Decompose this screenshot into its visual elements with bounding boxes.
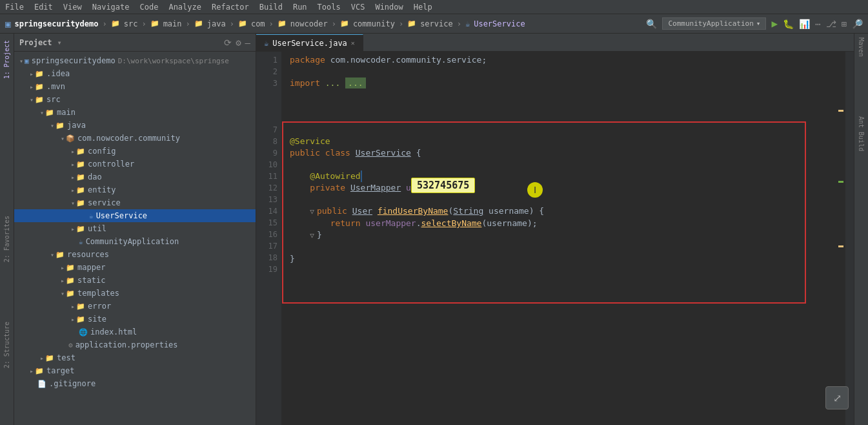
tree-item-src[interactable]: 📁 src bbox=[14, 93, 256, 106]
arrow-src bbox=[30, 96, 34, 103]
debug-button[interactable]: 🐛 bbox=[783, 19, 794, 29]
tree-item-dao[interactable]: 📁 dao bbox=[14, 171, 256, 183]
service-folder-icon: 📁 bbox=[407, 19, 416, 28]
tree-label-java: java bbox=[67, 121, 86, 130]
menu-file[interactable]: File bbox=[5, 3, 24, 12]
code-line-1: package com.nowcoder.community.service; bbox=[290, 54, 845, 66]
communityapp-icon: ☕ bbox=[79, 238, 83, 246]
tree-item-mvn[interactable]: 📁 .mvn bbox=[14, 80, 256, 93]
menu-tools[interactable]: Tools bbox=[318, 3, 341, 12]
layout-button[interactable]: ⊞ bbox=[842, 19, 847, 29]
tree-item-communityapp[interactable]: ☕ CommunityApplication bbox=[14, 235, 256, 248]
java-folder-icon: 📁 bbox=[194, 19, 203, 28]
tree-item-resources[interactable]: 📁 resources bbox=[14, 248, 256, 261]
breadcrumb-com: com bbox=[251, 19, 265, 28]
menu-window[interactable]: Window bbox=[375, 3, 403, 12]
tree-view[interactable]: ▣ springsecuritydemo D:\work\workspace\s… bbox=[14, 52, 256, 425]
tree-item-appprop[interactable]: ⚙ application.properties bbox=[14, 338, 256, 351]
tab-close-button[interactable]: ✕ bbox=[351, 39, 355, 47]
tree-item-test[interactable]: 📁 test bbox=[14, 351, 256, 364]
community-folder-icon: 📁 bbox=[340, 19, 349, 28]
cursor-icon: Ⅰ bbox=[534, 184, 536, 196]
arrow-indexhtml bbox=[71, 329, 77, 336]
expand-button[interactable]: ⤢ bbox=[825, 386, 849, 409]
project-panel: Project ▾ ⟳ ⚙ — ▣ springsecuritydemo D:\… bbox=[14, 34, 256, 425]
arrow-error bbox=[71, 303, 75, 310]
menu-code[interactable]: Code bbox=[140, 3, 159, 12]
tree-item-site[interactable]: 📁 site bbox=[14, 313, 256, 326]
menu-navigate[interactable]: Navigate bbox=[92, 3, 130, 12]
code-line-12: private UserMapper userMapper; bbox=[290, 182, 845, 194]
left-side-tabs: 1: Project 2: Favorites 2: Structure bbox=[0, 34, 14, 425]
more-button[interactable]: ⋯ bbox=[815, 19, 820, 29]
gutter-mark-3 bbox=[838, 245, 843, 247]
menu-analyze[interactable]: Analyze bbox=[168, 3, 201, 12]
sync-icon[interactable]: ⟳ bbox=[224, 37, 232, 48]
service-folder-icon: 📁 bbox=[76, 199, 85, 207]
tree-item-gitignore[interactable]: 📄 .gitignore bbox=[14, 377, 256, 390]
menu-run[interactable]: Run bbox=[293, 3, 307, 12]
tree-item-main[interactable]: 📁 main bbox=[14, 106, 256, 119]
tree-label-test: test bbox=[57, 353, 76, 362]
menu-view[interactable]: View bbox=[63, 3, 82, 12]
code-line-3: import ... ... bbox=[290, 78, 845, 89]
config-folder-icon: 📁 bbox=[76, 147, 85, 156]
tree-item-entity[interactable]: 📁 entity bbox=[14, 183, 256, 196]
git-button[interactable]: ⎇ bbox=[826, 19, 836, 29]
tree-item-service[interactable]: 📁 service bbox=[14, 196, 256, 209]
arrow-static bbox=[61, 277, 65, 284]
html-icon: 🌐 bbox=[79, 328, 88, 337]
tree-label-entity: entity bbox=[88, 185, 116, 194]
tree-item-idea[interactable]: 📁 .idea bbox=[14, 67, 256, 80]
menu-build[interactable]: Build bbox=[259, 3, 283, 12]
tree-item-userservice[interactable]: ☕ UserService bbox=[14, 209, 256, 222]
tree-item-java[interactable]: 📁 java bbox=[14, 119, 256, 132]
menu-help[interactable]: Help bbox=[414, 3, 432, 12]
tree-item-static[interactable]: 📁 static bbox=[14, 274, 256, 287]
tree-item-target[interactable]: 📁 target bbox=[14, 364, 256, 377]
run-button[interactable]: ▶ bbox=[771, 17, 778, 30]
menu-refactor[interactable]: Refactor bbox=[212, 3, 249, 12]
tree-item-mapper[interactable]: 📁 mapper bbox=[14, 261, 256, 274]
tree-item-root[interactable]: ▣ springsecuritydemo D:\work\workspace\s… bbox=[14, 54, 256, 67]
tab-structure[interactable]: 2: Structure bbox=[2, 318, 12, 372]
tree-label-service: service bbox=[88, 198, 121, 207]
menu-vcs[interactable]: VCS bbox=[351, 3, 365, 12]
userservice-icon: ☕ bbox=[465, 19, 470, 28]
tab-java-icon: ☕ bbox=[264, 39, 268, 48]
tree-label-mvn: .mvn bbox=[46, 82, 65, 91]
tree-item-package[interactable]: 📦 com.nowcoder.community bbox=[14, 132, 256, 145]
tree-item-util[interactable]: 📁 util bbox=[14, 222, 256, 235]
arrow-package bbox=[61, 135, 65, 142]
right-scrollbar[interactable] bbox=[845, 52, 854, 425]
tab-userservice[interactable]: ☕ UserService.java ✕ bbox=[256, 34, 363, 51]
menu-bar: File Edit View Navigate Code Analyze Ref… bbox=[0, 0, 868, 14]
tree-item-templates[interactable]: 📁 templates bbox=[14, 287, 256, 300]
static-folder-icon: 📁 bbox=[66, 276, 75, 285]
tree-item-config[interactable]: 📁 config bbox=[14, 145, 256, 158]
util-folder-icon: 📁 bbox=[76, 225, 85, 233]
arrow-mapper bbox=[61, 264, 65, 271]
code-editor[interactable]: 1 2 3 7 8 9 10 11 12 13 14 15 16 17 18 1… bbox=[256, 52, 854, 425]
gear-icon[interactable]: ⚙ bbox=[236, 37, 241, 48]
tree-label-target: target bbox=[46, 366, 74, 375]
tab-maven[interactable]: Maven bbox=[856, 34, 866, 61]
tab-favorites[interactable]: 2: Favorites bbox=[2, 212, 12, 266]
run-controls: 🔍 CommunityApplication ▾ ▶ 🐛 📊 ⋯ ⎇ ⊞ 🔎 bbox=[646, 17, 863, 30]
tab-ant-build[interactable]: Ant Build bbox=[856, 112, 866, 155]
tree-label-error: error bbox=[88, 302, 111, 311]
tree-item-error[interactable]: 📁 error bbox=[14, 300, 256, 313]
profile-button[interactable]: 📊 bbox=[799, 19, 810, 29]
search2-button[interactable]: 🔎 bbox=[852, 19, 863, 29]
minimize-icon[interactable]: — bbox=[245, 37, 250, 48]
menu-edit[interactable]: Edit bbox=[34, 3, 53, 12]
run-config-selector[interactable]: CommunityApplication ▾ bbox=[662, 17, 766, 30]
tab-project[interactable]: 1: Project bbox=[2, 36, 12, 83]
arrow-idea bbox=[30, 70, 34, 78]
search-icon[interactable]: 🔍 bbox=[646, 19, 657, 29]
tree-item-controller[interactable]: 📁 controller bbox=[14, 158, 256, 171]
idea-folder-icon: 📁 bbox=[35, 70, 44, 78]
code-line-2 bbox=[290, 66, 845, 78]
code-content[interactable]: 532745675 Ⅰ package com.nowcoder.communi… bbox=[282, 52, 845, 425]
tree-item-indexhtml[interactable]: 🌐 index.html bbox=[14, 326, 256, 338]
